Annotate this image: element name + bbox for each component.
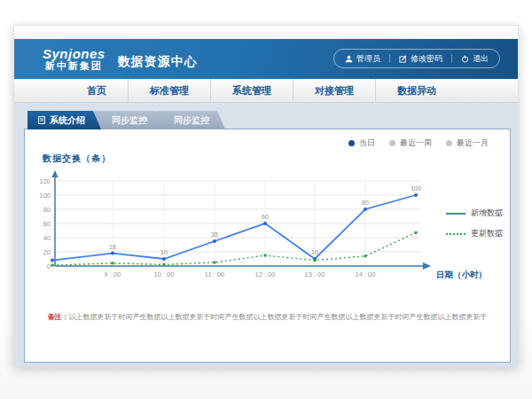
svg-text:80: 80 [362,200,369,206]
legend-line-sample [446,233,466,235]
logout-button[interactable]: 退出 [461,53,489,65]
document-icon [38,116,45,124]
user-icon [345,55,353,63]
content-area: 系统介绍同步监控同步监控 当日最近一周最近一月 数据交换（条） 02040608… [14,103,518,367]
radio-icon [389,140,395,146]
legend-item-1: 新增数据 [446,207,503,219]
desktop-background: Synjones 新中新集团 数据资源中心 管理员 修改密码 [0,0,532,399]
tab-label: 同步监控 [174,114,209,127]
nav-item-4[interactable]: 对接管理 [293,79,375,102]
range-option-label: 最近一月 [457,137,489,149]
range-option-2[interactable]: 最近一周 [389,137,432,149]
svg-text:120: 120 [39,177,51,185]
range-radio-group: 当日最近一周最近一月 [348,137,489,149]
svg-text:35: 35 [211,231,218,238]
svg-text:10 : 00: 10 : 00 [154,270,175,278]
chart-legend: 新增数据更新数据 [446,207,503,239]
svg-text:13 : 00: 13 : 00 [305,270,325,278]
range-option-3[interactable]: 最近一月 [446,137,489,149]
nav-item-2[interactable]: 标准管理 [128,79,210,102]
legend-item-2: 更新数据 [446,228,503,239]
svg-text:60: 60 [43,220,51,228]
svg-text:20: 20 [43,248,51,256]
line-chart: 0204060801001209 : 0010 : 0011 : 0012 : … [32,165,502,293]
brand-logo: Synjones 新中新集团 [43,47,106,71]
tab-label: 同步监控 [112,114,147,127]
brand-logo-cn: 新中新集团 [43,61,106,72]
svg-text:100: 100 [39,192,51,200]
y-axis-title: 数据交换（条） [43,153,111,165]
footer-note-text: 以上数据更新于时间产生数据以上数据更新于时间产生数据以上数据更新于时间产生数据以… [69,313,488,321]
window-top-strip [14,26,518,39]
svg-text:18: 18 [109,244,116,250]
range-option-label: 最近一周 [400,137,432,149]
edit-icon [399,55,407,63]
nav-item-5[interactable]: 数据异动 [375,79,458,102]
tab-bar: 系统介绍同步监控同步监控 [27,111,518,129]
divider [389,54,390,63]
power-icon [461,55,469,63]
brand-logo-text: Synjones [43,47,106,61]
legend-label: 更新数据 [471,228,503,239]
svg-text:60: 60 [262,214,269,220]
divider [451,54,452,63]
tab-2[interactable]: 同步监控 [94,111,163,129]
footer-note: 备注：以上数据更新于时间产生数据以上数据更新于时间产生数据以上数据更新于时间产生… [25,312,510,322]
svg-text:80: 80 [43,206,51,214]
tab-label: 系统介绍 [50,114,85,127]
svg-text:12 : 00: 12 : 00 [255,270,276,278]
nav-item-3[interactable]: 系统管理 [210,79,293,102]
app-window: Synjones 新中新集团 数据资源中心 管理员 修改密码 [13,25,519,367]
tab-1[interactable]: 系统介绍 [27,111,101,129]
tab-3[interactable]: 同步监控 [156,111,225,129]
current-user[interactable]: 管理员 [345,53,380,65]
svg-text:10: 10 [160,249,168,255]
svg-text:14 : 00: 14 : 00 [356,270,376,278]
svg-text:11 : 00: 11 : 00 [205,270,224,278]
app-header: Synjones 新中新集团 数据资源中心 管理员 修改密码 [14,39,518,79]
user-toolbar: 管理员 修改密码 退出 [333,49,500,68]
svg-text:0: 0 [47,262,51,270]
main-nav: 首页标准管理系统管理对接管理数据异动 [14,79,518,103]
range-option-label: 当日 [359,137,375,149]
footer-note-label: 备注： [48,313,69,321]
nav-item-1[interactable]: 首页 [66,79,128,102]
svg-text:9 : 00: 9 : 00 [105,270,121,278]
svg-text:100: 100 [411,185,421,192]
page-title: 数据资源中心 [118,54,198,70]
range-option-1[interactable]: 当日 [348,137,375,149]
legend-line-sample [446,213,466,215]
content-panel: 当日最近一周最近一月 数据交换（条） 0204060801001209 : 00… [24,129,511,363]
radio-selected-icon [348,140,355,146]
svg-text:40: 40 [43,234,51,242]
svg-text:10: 10 [311,249,318,255]
change-password-button[interactable]: 修改密码 [399,53,442,65]
radio-icon [446,140,452,146]
legend-label: 新增数据 [471,207,503,219]
svg-text:日期（小时）: 日期（小时） [436,270,487,280]
